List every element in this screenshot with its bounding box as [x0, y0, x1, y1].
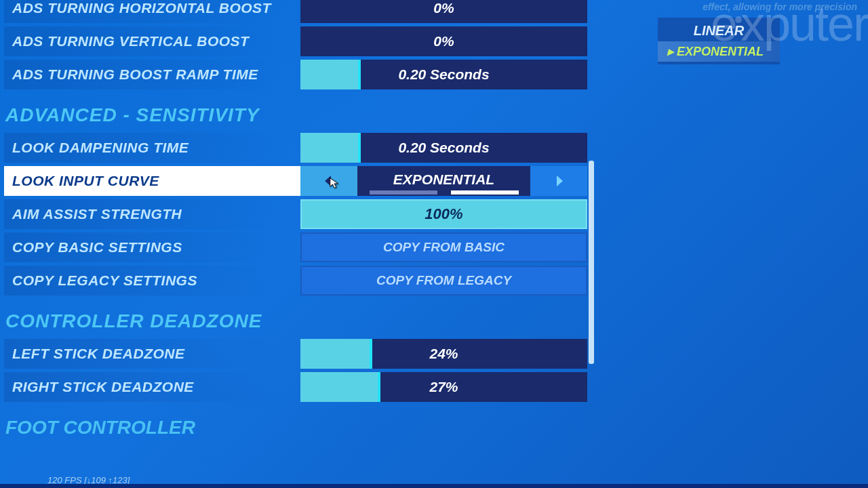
label: ADS TURNING BOOST RAMP TIME	[4, 60, 300, 89]
row-copy-basic: COPY BASIC SETTINGS COPY FROM BASIC	[4, 232, 587, 262]
label: ADS TURNING HORIZONTAL BOOST	[4, 0, 300, 23]
watermark: exputer	[711, 7, 868, 41]
label: RIGHT STICK DEADZONE	[4, 372, 300, 402]
row-left-deadzone: LEFT STICK DEADZONE 24%	[4, 339, 587, 369]
bottom-divider	[0, 484, 868, 488]
slider[interactable]: 0%	[300, 26, 587, 56]
slider[interactable]: 24%	[300, 339, 587, 369]
slider[interactable]: 0.20 Seconds	[300, 133, 587, 163]
row-ads-ramp: ADS TURNING BOOST RAMP TIME 0.20 Seconds	[4, 60, 587, 89]
label: COPY LEGACY SETTINGS	[4, 266, 300, 296]
label: COPY BASIC SETTINGS	[4, 232, 300, 262]
selector-prev-button[interactable]	[300, 166, 357, 196]
row-look-input-curve: LOOK INPUT CURVE EXPONENTIAL	[4, 166, 587, 196]
label: LOOK DAMPENING TIME	[4, 133, 300, 163]
copy-basic-button[interactable]: COPY FROM BASIC	[300, 232, 587, 262]
slider[interactable]: 0%	[300, 0, 587, 23]
label: ADS TURNING VERTICAL BOOST	[4, 26, 300, 56]
row-ads-v-boost: ADS TURNING VERTICAL BOOST 0%	[4, 26, 587, 56]
copy-legacy-button[interactable]: COPY FROM LEGACY	[300, 266, 587, 296]
row-copy-legacy: COPY LEGACY SETTINGS COPY FROM LEGACY	[4, 266, 587, 296]
label: LEFT STICK DEADZONE	[4, 339, 300, 369]
row-right-deadzone: RIGHT STICK DEADZONE 27%	[4, 372, 587, 402]
scrollbar[interactable]	[589, 161, 594, 364]
label: LOOK INPUT CURVE	[4, 166, 300, 196]
slider[interactable]: 0.20 Seconds	[300, 60, 587, 89]
section-sensitivity: ADVANCED - SENSITIVITY	[5, 104, 587, 126]
slider[interactable]: 100%	[300, 199, 587, 229]
settings-panel: ADS TURNING HORIZONTAL BOOST 0% ADS TURN…	[4, 0, 587, 439]
row-look-dampening: LOOK DAMPENING TIME 0.20 Seconds	[4, 133, 587, 163]
label: AIM ASSIST STRENGTH	[4, 199, 300, 229]
slider[interactable]: 27%	[300, 372, 587, 402]
selector-next-button[interactable]	[530, 166, 587, 196]
row-aim-assist: AIM ASSIST STRENGTH 100%	[4, 199, 587, 229]
section-foot-controller: FOOT CONTROLLER	[5, 417, 587, 439]
selector-value: EXPONENTIAL	[357, 166, 530, 196]
section-deadzone: CONTROLLER DEADZONE	[5, 310, 587, 332]
row-ads-h-boost: ADS TURNING HORIZONTAL BOOST 0%	[4, 0, 587, 23]
